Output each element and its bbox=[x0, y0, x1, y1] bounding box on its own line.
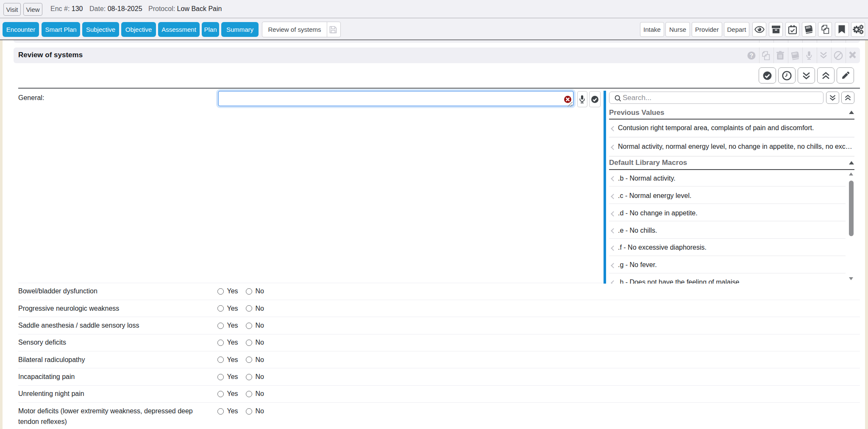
svg-text:?: ? bbox=[750, 52, 754, 59]
